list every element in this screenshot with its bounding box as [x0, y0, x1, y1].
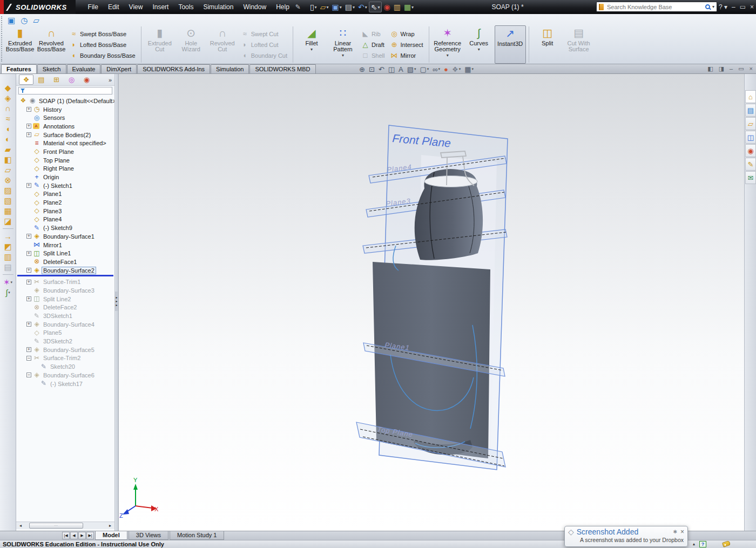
tree-item-split-line1[interactable]: +◫Split Line1	[16, 249, 114, 258]
section-view-button[interactable]: ◫	[388, 65, 395, 73]
tree-item-plane2[interactable]: ◇Plane2	[16, 198, 114, 207]
trim-surface-button[interactable]: ◪	[4, 216, 11, 226]
filled-surface-button[interactable]: ◐	[5, 134, 10, 144]
view-orientation-button[interactable]: ▧▾	[407, 65, 416, 73]
instant3d-button[interactable]: ↗Instant3D	[495, 25, 526, 64]
view-settings-caret-icon[interactable]: ▾	[471, 67, 474, 71]
tray-arrow-icon[interactable]: ▴	[693, 542, 695, 546]
menu-help[interactable]: Help	[271, 1, 294, 13]
tree-item-top-plane[interactable]: ◇Top Plane	[16, 156, 114, 165]
menu-file[interactable]: File	[83, 1, 103, 13]
new-document-caret-icon[interactable]: ▾	[315, 5, 317, 10]
fillet-caret-icon[interactable]: ▾	[310, 47, 313, 52]
expand-plus-icon[interactable]: +	[26, 107, 31, 112]
delete-face-button[interactable]: ⊗	[4, 175, 11, 185]
tree-item-3dsketch1[interactable]: ✎3DSketch1	[16, 312, 114, 320]
tab-solidworks-add-ins[interactable]: SOLIDWORKS Add-Ins	[137, 64, 210, 73]
swept-surface-button[interactable]: ∩	[5, 103, 11, 113]
lofted-surface-button[interactable]: ≈	[5, 113, 10, 124]
revolved-boss-base-button[interactable]: ∩Revolved Boss/Base	[36, 25, 67, 64]
tree-item-material-not-specified[interactable]: ≡Material <not specified>	[16, 139, 114, 147]
cut-with-surface-button[interactable]: ▤	[4, 262, 11, 272]
tree-item-plane3[interactable]: ◇Plane3	[16, 207, 114, 215]
tree-item-surface-trim2[interactable]: −✂Surface-Trim2	[16, 354, 114, 363]
mirror-button[interactable]: ⋈Mirror	[388, 50, 424, 61]
expand-plus-icon[interactable]: +	[26, 132, 31, 137]
reference-geometry-caret-icon[interactable]: ▾	[447, 53, 449, 58]
splitter-grip[interactable]: ▸▸▸	[115, 292, 118, 311]
close-button[interactable]: ×	[750, 65, 753, 72]
options-button[interactable]: ▦▾	[402, 2, 415, 12]
clock-sync-button[interactable]: ◷	[21, 16, 28, 25]
task-pane-forum[interactable]: ✉	[745, 171, 756, 184]
task-pane-file-explorer[interactable]: ▱	[745, 117, 756, 130]
print-button[interactable]: ▤▾	[343, 2, 356, 12]
tree-item-history[interactable]: +◷History	[16, 105, 114, 114]
tree-item-sketch9[interactable]: ✎(-) Sketch9	[16, 224, 114, 232]
expand-minus-icon[interactable]: −	[26, 373, 31, 377]
restore-button[interactable]: ▭	[740, 3, 746, 11]
open-button[interactable]: ▱▾	[319, 2, 330, 12]
tab-evaluate[interactable]: Evaluate	[67, 64, 101, 73]
reference-geometry-caret-icon[interactable]: ▾	[11, 277, 13, 287]
apply-scene-caret-icon[interactable]: ▾	[459, 67, 461, 71]
apply-scene-button[interactable]: ❖▾	[452, 65, 461, 73]
menu-window[interactable]: Window	[238, 1, 271, 13]
expand-plus-icon[interactable]: +	[26, 234, 31, 239]
menu-pin-icon[interactable]: ✎	[295, 3, 301, 11]
tree-item-deleteface2[interactable]: ⊗DeleteFace2	[16, 303, 114, 312]
reference-geometry-button[interactable]: ✶▾	[3, 277, 12, 287]
select-button[interactable]: ⇖▾	[369, 2, 382, 12]
expand-plus-icon[interactable]: +	[26, 183, 31, 188]
hide-show-button[interactable]: ∞▾	[433, 65, 440, 73]
untrim-surface-button[interactable]: ◩	[4, 241, 11, 252]
tag-icon[interactable]	[722, 540, 731, 547]
curves-caret-icon[interactable]: ▾	[478, 47, 480, 52]
tree-item-plane4[interactable]: ◇Plane4	[16, 215, 114, 224]
tree-item-right-plane[interactable]: ◇Right Plane	[16, 165, 114, 173]
cut-with-surface-button[interactable]: ▤Cut With Surface	[563, 25, 595, 64]
tree-item-split-line2[interactable]: +◫Split Line2	[16, 295, 114, 303]
tab-3d-views[interactable]: 3D Views	[129, 531, 168, 540]
swept-cut-button[interactable]: ≈Swept Cut	[239, 29, 289, 39]
display-style-caret-icon[interactable]: ▾	[427, 67, 429, 71]
rollback-bar[interactable]	[17, 275, 113, 276]
task-pane-home[interactable]: ⌂	[745, 90, 756, 103]
fillet-button[interactable]: ◢Fillet▾	[296, 25, 327, 64]
panel-tab-configurationmanager[interactable]: ⊞	[49, 75, 64, 85]
tab-sketch[interactable]: Sketch	[37, 64, 66, 73]
task-pane-appearances[interactable]: ◉	[745, 144, 756, 157]
tree-item-annotations[interactable]: +AAnnotations	[16, 122, 114, 131]
scroll-right-icon[interactable]: ▸	[106, 522, 114, 529]
linear-pattern-button[interactable]: ∷Linear Pattern▾	[327, 25, 359, 64]
options-caret-icon[interactable]: ▾	[411, 5, 414, 10]
edit-appearance-button[interactable]: ●	[444, 65, 448, 73]
print-caret-icon[interactable]: ▾	[353, 5, 355, 10]
tree-item-sketch17[interactable]: ✎(-) Sketch17	[16, 380, 114, 388]
zoom-fit-button[interactable]: ⊕	[359, 65, 365, 73]
notification-close-icon[interactable]: ×	[680, 528, 684, 536]
tab-solidworks-mbd[interactable]: SOLIDWORKS MBD	[249, 64, 315, 73]
expand-plus-icon[interactable]: +	[26, 322, 31, 327]
revolved-cut-button[interactable]: ∩Revolved Cut	[207, 25, 238, 64]
rebuild-button[interactable]: ◉	[382, 2, 392, 12]
expand-minus-icon[interactable]: −	[26, 356, 31, 361]
view-settings-button[interactable]: ▦▾	[464, 65, 474, 73]
draft-button[interactable]: △Draft	[360, 39, 386, 50]
help-button[interactable]: ? ▾	[719, 3, 727, 11]
knowledge-base-search[interactable]: ▾	[596, 2, 717, 12]
tree-item-origin[interactable]: +Origin	[16, 173, 114, 181]
curves-button[interactable]: ∫Curves▾	[463, 25, 495, 64]
thickened-cut-button[interactable]: ▥	[4, 252, 11, 262]
menu-simulation[interactable]: Simulation	[198, 1, 238, 13]
hide-show-caret-icon[interactable]: ▾	[438, 67, 441, 71]
extruded-cut-button[interactable]: ▮Extruded Cut	[144, 25, 176, 64]
folder-check-button[interactable]: ▱	[33, 16, 39, 25]
tree-item-surface-bodies-2[interactable]: +▱Surface Bodies(2)	[16, 131, 114, 139]
minimize-button[interactable]: –	[730, 65, 733, 72]
panel-splitter[interactable]: ▸▸▸	[115, 74, 119, 531]
task-pane-custom-properties[interactable]: ✎	[745, 158, 756, 171]
scroll-thumb[interactable]: ⋯	[29, 523, 83, 529]
panel-tab-propertymanager[interactable]: ▤	[34, 75, 49, 85]
tree-item-plane1[interactable]: ◇Plane1	[16, 190, 114, 199]
